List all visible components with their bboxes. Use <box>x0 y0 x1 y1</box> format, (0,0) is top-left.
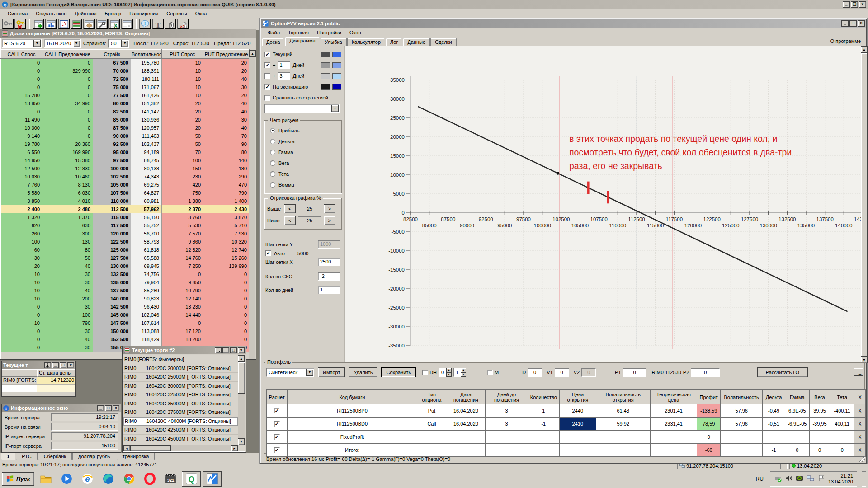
list-item[interactable]: RIM0160420C 30000M [FORTS: Опционы] <box>123 382 238 391</box>
menu-item-Действия[interactable]: Действия <box>71 10 100 17</box>
chevron-down-icon[interactable]: ▼ <box>331 105 339 112</box>
taskbar-app-edge-icon[interactable] <box>99 471 118 487</box>
radio-icon[interactable] <box>270 171 275 177</box>
table-settings-icon[interactable] <box>96 19 108 29</box>
option-row-67500[interactable]: 0067 500195,7801020 <box>1 59 250 67</box>
security-code[interactable]: Итого: <box>287 444 417 457</box>
create-table-icon[interactable] <box>33 19 44 29</box>
usb-icon[interactable] <box>774 474 782 483</box>
pf-column-Гамма[interactable]: Гамма <box>785 390 809 404</box>
row-checkbox[interactable]: ✓ <box>274 447 280 453</box>
pf-column-Дата-погашения[interactable]: Дата погашения <box>446 390 486 404</box>
quotes-table-icon[interactable] <box>71 19 82 29</box>
remove-row-button[interactable]: X <box>854 431 866 444</box>
delete-button[interactable]: Удалить <box>349 367 377 377</box>
radio-icon[interactable] <box>270 160 275 166</box>
open-price-cell[interactable]: 2440 <box>559 404 596 418</box>
taskbar-app-media-player-classic-icon[interactable]: 321 <box>161 471 180 487</box>
radio-icon[interactable] <box>270 182 275 188</box>
tab-Диаграмма[interactable]: Диаграмма <box>285 37 320 46</box>
taskbar-app-chrome-icon[interactable] <box>119 471 138 487</box>
maximize-icon[interactable]: □ <box>230 347 237 353</box>
taskbar-app-opera-icon[interactable] <box>140 471 159 487</box>
about-link[interactable]: О программе <box>830 38 861 44</box>
option-row-82500[interactable]: 0082 500141,1472040 <box>1 108 250 116</box>
draw-option-Прибыль[interactable]: Прибыль <box>267 125 339 136</box>
option-row-107500[interactable]: 5 5806 030107 50064,827750790 <box>1 189 250 197</box>
open-price-cell[interactable] <box>559 444 596 457</box>
radio-icon[interactable] <box>270 150 275 155</box>
vertical-scrollbar[interactable]: ▲ ▼ <box>238 355 245 445</box>
portfolio-row-Итого:[interactable]: ✓Итого:-60-1000X <box>267 444 866 457</box>
start-button[interactable]: Пуск <box>2 472 34 486</box>
dh1-stepper[interactable]: 0▲▼ <box>439 368 452 377</box>
remove-row-button[interactable]: X <box>854 418 866 431</box>
p1-input[interactable]: 0 <box>623 368 646 377</box>
column-header-Страйк[interactable]: Страйк <box>93 50 131 59</box>
pf-column-Количество[interactable]: Количество <box>528 390 559 404</box>
option-row-75000[interactable]: 0075 000171,0671030 <box>1 83 250 91</box>
option-row-97500[interactable]: 14 95015 38097 50086,745100140 <box>1 156 250 164</box>
list-item[interactable]: RIM0160420C 25000M [FORTS: Опционы] <box>123 373 238 382</box>
option-row-70000[interactable]: 0329 99070 000188,3911020 <box>1 67 250 75</box>
draw-option-Вега[interactable]: Вега <box>267 158 339 169</box>
close-icon[interactable]: × <box>238 347 245 353</box>
plus3-color-swatch[interactable] <box>321 73 330 79</box>
chevron-down-icon[interactable]: ▼ <box>33 40 41 47</box>
above-decrease-button[interactable]: < <box>284 204 296 213</box>
maximize-icon[interactable]: □ <box>60 362 66 368</box>
minimize-icon[interactable]: _ <box>52 362 59 368</box>
menu-item-Расширения[interactable]: Расширения <box>125 10 162 17</box>
pf-column-Вега[interactable]: Вега <box>809 390 830 404</box>
option-row-132500[interactable]: 1030132 50074,75600 <box>1 270 250 278</box>
list-item[interactable]: RIM0160420C 35000M [FORTS: Опционы] <box>123 399 238 408</box>
language-indicator[interactable]: RU <box>753 475 766 483</box>
plus1-color-swatch[interactable] <box>321 62 330 68</box>
remove-row-button[interactable]: X <box>854 444 866 457</box>
list-item[interactable]: RIM0160420C 20000M [FORTS: Опционы] <box>123 364 238 373</box>
draw-option-Гамма[interactable]: Гамма <box>267 147 339 158</box>
list-item[interactable]: RIM0160420C 45000M [FORTS: Опционы] <box>123 435 238 444</box>
option-row-80000[interactable]: 13 85034 99080 000151,3822040 <box>1 99 250 108</box>
draw-option-Дельта[interactable]: Дельта <box>267 136 339 147</box>
pf-column-Профит[interactable]: Профит <box>697 390 721 404</box>
tab-Данные[interactable]: Данные <box>403 38 430 46</box>
pf-column-Дельта[interactable]: Дельта <box>763 390 785 404</box>
p2-input[interactable]: 0 <box>691 368 720 377</box>
workspace-tab-Сбербанк[interactable]: Сбербанк <box>38 453 72 460</box>
close-icon[interactable]: × <box>67 362 74 368</box>
strategy-select[interactable]: ▼ <box>264 104 340 113</box>
save-button[interactable]: Сохранить <box>381 367 416 377</box>
close-icon[interactable]: × <box>113 405 119 411</box>
current-checkbox[interactable]: ✓ <box>264 52 270 57</box>
instrument-cell[interactable]: RIM0 [FORTS: Ф <box>2 377 37 385</box>
menu-item-Создать окно[interactable]: Создать окно <box>32 10 71 17</box>
days-count-input[interactable]: 1 <box>318 286 340 294</box>
taskbar-app-internet-explorer-icon[interactable]: e <box>78 471 97 487</box>
v1-input[interactable]: 0 <box>555 368 569 377</box>
tab-Доска[interactable]: Доска <box>262 38 284 46</box>
scrollbar-thumb[interactable] <box>861 53 868 357</box>
workspace-tab-1[interactable]: 1 <box>1 453 15 460</box>
menu-item-Система[interactable]: Система <box>4 10 32 17</box>
anchor-icon[interactable] <box>44 362 51 368</box>
option-row-100000[interactable]: 12 50012 830100 00080,138150180 <box>1 164 250 173</box>
price-step-cost-cell[interactable]: 14,712320 <box>37 377 75 385</box>
expiry-color2-swatch[interactable] <box>332 84 341 90</box>
list-item[interactable]: RIM0160420C 40000M [FORTS: Опционы] <box>123 417 238 426</box>
nvidia-icon[interactable] <box>796 474 803 483</box>
minimize-icon[interactable]: _ <box>222 347 229 353</box>
option-row-135000[interactable]: 1030135 00079,9049 6500 <box>1 278 250 286</box>
column-header-PUT Спрос[interactable]: PUT Спрос <box>162 50 203 59</box>
menu-item-Торговля[interactable]: Торговля <box>284 29 313 36</box>
option-row-92500[interactable]: 19 78020 36092 500102,4375090 <box>1 140 250 148</box>
list-item[interactable]: RIM0160420C 32500M [FORTS: Опционы] <box>123 390 238 399</box>
disconnect-key-icon[interactable] <box>14 19 26 29</box>
anchor-icon[interactable] <box>215 347 222 353</box>
create-chart-icon[interactable] <box>45 19 57 29</box>
maximize-icon[interactable]: □ <box>105 405 112 411</box>
plus3-checkbox[interactable] <box>264 73 270 79</box>
expiry-date-select[interactable]: 16.04.2020▼ <box>44 39 81 48</box>
draw-option-Вомма[interactable]: Вомма <box>267 179 339 190</box>
sko-count-input[interactable]: -2 <box>318 272 340 281</box>
